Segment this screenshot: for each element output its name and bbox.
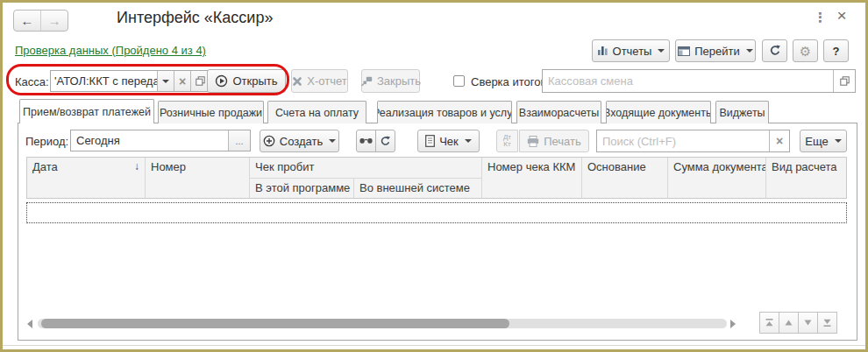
cash-shift-open-form-button[interactable]	[833, 70, 855, 92]
column-header-basis[interactable]: Основание	[582, 158, 668, 198]
back-button[interactable]: ←	[14, 11, 41, 31]
tab-content-panel	[18, 123, 857, 341]
printer-icon	[527, 136, 539, 147]
ellipsis-icon: ...	[235, 136, 243, 146]
x-report-button-label: Х-отчет	[307, 74, 346, 88]
forward-arrow-icon: →	[48, 13, 61, 28]
table-row[interactable]	[26, 202, 847, 223]
open-shift-button-label: Открыть	[232, 74, 277, 88]
reports-button[interactable]: Отчеты	[592, 39, 670, 62]
bar-chart-icon	[597, 46, 608, 56]
cash-register-combo: 'АТОЛ:ККТ с переда ×	[50, 70, 210, 92]
clear-icon: ×	[776, 135, 783, 147]
help-button[interactable]: ?	[823, 39, 849, 62]
tab-goods-services[interactable]: Реализация товаров и услуг	[377, 101, 512, 123]
tab-label: Реализация товаров и услуг	[377, 107, 512, 119]
open-shift-button[interactable]: Открыть	[207, 69, 286, 93]
receipt-button[interactable]: Чек	[417, 130, 480, 152]
period-picker-button[interactable]: ...	[228, 130, 250, 151]
app-window: ← → Интерфейс «Кассир» ⋮ × Проверка данн…	[0, 0, 868, 352]
tab-retail-sales[interactable]: Розничные продажи	[158, 101, 264, 123]
column-header-date[interactable]: Дата ↓	[27, 158, 146, 198]
document-icon	[425, 135, 435, 147]
close-icon[interactable]: ×	[833, 6, 850, 25]
acquiring-button[interactable]	[356, 130, 376, 152]
go-last-icon	[822, 318, 832, 327]
column-label: Дата	[32, 160, 58, 173]
help-button-label: ?	[833, 45, 840, 58]
cash-shift-input[interactable]	[543, 70, 833, 92]
sort-desc-icon: ↓	[134, 160, 139, 172]
data-check-link[interactable]: Проверка данных (Пройдено 4 из 4)	[15, 44, 206, 57]
tab-label: Виджеты	[719, 107, 765, 119]
column-header-receipt-group[interactable]: Чек пробит	[250, 158, 481, 179]
refresh-button[interactable]	[762, 39, 787, 62]
chevron-down-icon	[162, 80, 169, 83]
cash-register-open-form-button[interactable]	[190, 71, 209, 91]
totals-reconciliation-checkbox[interactable]	[453, 75, 465, 87]
glasses-icon	[359, 137, 373, 144]
tab-incoming-documents[interactable]: Входящие документы	[606, 101, 711, 123]
close-shift-button[interactable]: Закрыть	[361, 69, 420, 93]
column-header-in-external-system[interactable]: Во внешней системе	[354, 179, 481, 198]
cash-register-clear-button[interactable]: ×	[174, 71, 190, 91]
tab-mutual-settlements[interactable]: Взаиморасчеты	[516, 101, 601, 123]
clear-icon: ×	[179, 75, 186, 88]
close-shift-icon	[360, 76, 373, 87]
kt-label: Кт	[503, 141, 510, 148]
column-label: Вид расчета	[772, 160, 837, 173]
column-group-receipt: Чек пробит В этой программе Во внешней с…	[250, 158, 482, 198]
go-first-button[interactable]	[759, 312, 779, 334]
scrollbar-thumb[interactable]	[41, 319, 509, 328]
refresh-list-button[interactable]	[375, 130, 395, 152]
more-button[interactable]: Еще	[800, 130, 847, 152]
forward-button[interactable]: →	[41, 11, 68, 31]
goto-button[interactable]: Перейти	[675, 39, 756, 62]
create-button[interactable]: Создать	[260, 130, 339, 152]
cash-register-value[interactable]: 'АТОЛ:ККТ с переда	[51, 71, 157, 91]
search-clear-button[interactable]: ×	[769, 130, 789, 151]
tab-label: Взаиморасчеты	[519, 107, 599, 119]
period-input[interactable]	[71, 130, 228, 151]
column-label: Номер чека ККМ	[487, 160, 575, 173]
table-header: Дата ↓ Номер Чек пробит В этой программе…	[26, 157, 847, 199]
settings-button[interactable]: ⚙	[793, 39, 818, 62]
horizontal-scrollbar[interactable]	[38, 319, 727, 328]
chevron-down-icon	[465, 139, 472, 143]
history-nav-group: ← →	[13, 10, 68, 32]
tab-invoices[interactable]: Счета на оплату	[267, 101, 366, 123]
column-header-amount[interactable]: Сумма документа	[668, 158, 766, 198]
gear-icon: ⚙	[800, 45, 811, 58]
go-previous-button[interactable]	[779, 312, 799, 334]
bottom-divider	[3, 345, 865, 346]
print-button[interactable]: Печать	[519, 130, 589, 152]
chevron-down-icon	[835, 139, 842, 143]
column-header-calc-type[interactable]: Вид расчета	[766, 158, 846, 198]
column-label: Чек пробит	[255, 160, 314, 173]
create-button-label: Создать	[280, 135, 323, 148]
chevron-down-icon	[329, 139, 336, 143]
column-header-in-this-program[interactable]: В этой программе	[250, 179, 354, 198]
go-first-icon	[765, 318, 774, 327]
scroll-right-icon[interactable]	[730, 320, 736, 328]
column-header-kkm-number[interactable]: Номер чека ККМ	[482, 158, 582, 198]
tab-payments[interactable]: Прием/возврат платежей	[19, 99, 154, 123]
tab-widgets[interactable]: Виджеты	[715, 101, 769, 123]
search-input[interactable]	[597, 130, 769, 151]
page-title: Интерфейс «Кассир»	[117, 9, 273, 27]
scroll-left-icon[interactable]	[27, 320, 32, 328]
tab-label: Счета на оплату	[275, 107, 359, 119]
column-label: Сумма документа	[673, 160, 766, 173]
x-report-button[interactable]: Х-отчет	[291, 69, 348, 93]
close-shift-button-label: Закрыть	[377, 74, 421, 88]
chevron-down-icon	[658, 49, 665, 53]
more-menu-icon[interactable]: ⋮	[813, 10, 829, 25]
go-next-button[interactable]	[798, 312, 818, 334]
go-last-button[interactable]	[817, 312, 837, 334]
column-header-number[interactable]: Номер	[146, 158, 250, 198]
cash-shift-field	[542, 69, 856, 93]
postings-dtkt-button[interactable]: Дт Кт	[496, 130, 518, 152]
tab-label: Входящие документы	[606, 107, 711, 119]
cash-register-dropdown-button[interactable]	[157, 71, 174, 91]
period-label: Период:	[25, 135, 68, 148]
